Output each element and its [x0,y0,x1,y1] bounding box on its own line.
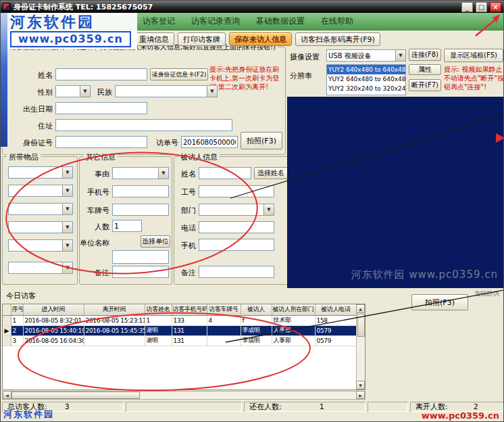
cell[interactable]: 0579 [315,335,357,346]
mobile-input[interactable] [199,239,274,251]
visit-no-input[interactable] [181,136,238,148]
cell[interactable] [84,335,145,346]
cell[interactable]: 131 [172,335,207,346]
refill-button[interactable]: 重填信息 [134,32,174,46]
chevron-down-icon[interactable]: ▼ [62,167,72,178]
address-input[interactable] [55,119,232,131]
cell[interactable]: 谢明 [145,335,172,346]
table-row[interactable]: 1 2016-08-05 8:32:01 2016-08-05 15:23:11… [3,315,357,325]
chevron-down-icon[interactable]: ▼ [395,50,405,61]
menu-item-help[interactable]: 在线帮助 [321,16,353,27]
carried-item-combo-3[interactable]: ▼ [8,203,73,215]
carried-item-combo-6[interactable]: ▼ [8,262,73,274]
chevron-down-icon[interactable]: ▼ [207,86,217,97]
properties-button[interactable]: 属性 [409,64,441,75]
visited-note-input[interactable] [199,266,274,278]
photo-button-bottom[interactable]: 拍照(F3) [411,294,468,310]
table-row[interactable]: 3 2016-08-05 16:04:30 谢明 131 李成明 人事部 057… [3,335,357,346]
scroll-right-icon[interactable]: ▶ [356,391,365,399]
chevron-down-icon[interactable]: ▼ [62,262,72,273]
print-badge-button[interactable]: 打印访客牌 [178,32,226,46]
cell[interactable]: 人事部 [272,335,315,346]
id-number-input[interactable] [55,136,147,148]
cell[interactable]: 2016-08-05 15:45:35 [84,325,145,335]
cell[interactable]: 1 [145,315,172,325]
horizontal-scroll-thumb[interactable] [11,392,140,399]
cell[interactable] [207,335,241,346]
resolution-item[interactable]: YUY2 640x480 to 640x480 [327,74,405,84]
chevron-down-icon[interactable]: ▼ [80,86,90,97]
tel-input[interactable] [199,221,274,233]
reason-combo[interactable]: ▼ [112,167,169,179]
scroll-down-icon[interactable]: ▼ [356,381,365,390]
minimize-button[interactable]: _ [461,2,473,12]
select-name-button[interactable]: 选择姓名 [254,167,288,179]
show-area-button[interactable]: 显示区域框(F5) [444,49,503,62]
cell[interactable]: 1 [11,315,23,325]
vertical-scrollbar[interactable]: ▲ ▼ [356,304,365,390]
cell[interactable]: 0579 [315,325,357,335]
column-header[interactable]: 访客姓名 [145,304,172,315]
column-header[interactable]: 序号 [11,304,23,315]
cell[interactable]: 131 [172,325,207,335]
chevron-down-icon[interactable]: ▼ [62,204,72,214]
carried-item-combo-2[interactable]: ▼ [8,185,73,197]
select-company-button[interactable]: 选择单位 [141,235,170,248]
cell[interactable]: 158 [315,315,357,325]
carried-item-combo-1[interactable]: ▼ [8,166,73,179]
horizontal-scrollbar[interactable]: ◀ ▶ [2,391,366,400]
barcode-leave-button[interactable]: 访客扫条形码离开(F9) [295,32,380,46]
column-header[interactable]: 离开时间 [84,304,145,315]
cell[interactable]: f [241,315,272,325]
other-note-input[interactable] [112,266,169,278]
menu-item-visitor-register[interactable]: 访客登记 [143,16,175,27]
read-id-card-button[interactable]: 读身份证信息卡(F2) [150,68,208,80]
count-input[interactable] [112,220,142,232]
chevron-down-icon[interactable]: ▼ [263,204,274,215]
phone-input[interactable] [112,185,169,197]
cell[interactable]: 谢明 [145,325,172,335]
scroll-up-icon[interactable]: ▲ [356,304,365,313]
column-header[interactable]: 被访人电话 [315,304,357,315]
cell[interactable]: 4 [207,315,241,325]
table-row-selected[interactable]: ▶ 2 2016-08-05 15:40:19 2016-08-05 15:45… [3,325,357,335]
cell[interactable] [207,325,241,335]
company-input[interactable] [112,250,169,264]
menu-item-visit-records[interactable]: 访客记录查询 [191,16,240,27]
camera-device-combo[interactable]: USB 视频设备 ▼ [326,49,406,62]
photo-button-top[interactable]: 拍照(F3) [241,132,282,149]
maximize-button[interactable]: □ [476,2,487,12]
carried-item-combo-4[interactable]: ▼ [8,221,73,233]
chevron-down-icon[interactable]: ▼ [62,240,72,251]
chevron-down-icon[interactable]: ▼ [62,185,72,196]
cell[interactable]: 人事部 [272,325,315,335]
cell[interactable]: 3 [11,335,23,346]
connect-button[interactable]: 连接(F8) [409,49,441,61]
cell[interactable]: 2016-08-05 16:04:30 [23,335,84,346]
gender-combo[interactable]: ▼ [55,85,91,97]
ethnic-combo[interactable]: ▼ [115,85,218,97]
column-header[interactable]: 进入时间 [23,304,84,315]
menu-item-base-settings[interactable]: 基础数据设置 [256,16,305,27]
cell[interactable]: 李成明 [241,325,272,335]
visited-name-input[interactable] [199,167,251,179]
scroll-left-icon[interactable]: ◀ [3,391,11,399]
birth-input[interactable] [55,102,147,114]
vertical-scroll-thumb[interactable] [357,314,365,337]
column-header[interactable]: 访客手机号码 [172,304,207,315]
plate-input[interactable] [112,204,169,216]
cell[interactable]: 李成明 [241,335,272,346]
cell[interactable]: 技术部 [272,315,315,325]
resolution-listbox[interactable]: YUY2 640x480 to 640x480 YUY2 640x480 to … [326,64,406,95]
resolution-item[interactable]: YUY2 640x480 to 640x480 [327,65,405,74]
cell[interactable]: 2016-08-05 8:32:01 [23,315,84,325]
column-header[interactable]: 被访人所在部门 [272,304,315,315]
dept-combo[interactable]: ▼ [199,204,274,216]
cell[interactable]: 2 [11,325,23,335]
name-input[interactable] [55,68,147,80]
disconnect-button[interactable]: 断开(F7) [409,79,441,91]
save-visitor-button[interactable]: 保存来访人信息 [229,32,292,46]
close-button[interactable]: × [490,2,501,12]
chevron-down-icon[interactable]: ▼ [158,168,168,179]
carried-item-combo-5[interactable]: ▼ [8,239,73,252]
